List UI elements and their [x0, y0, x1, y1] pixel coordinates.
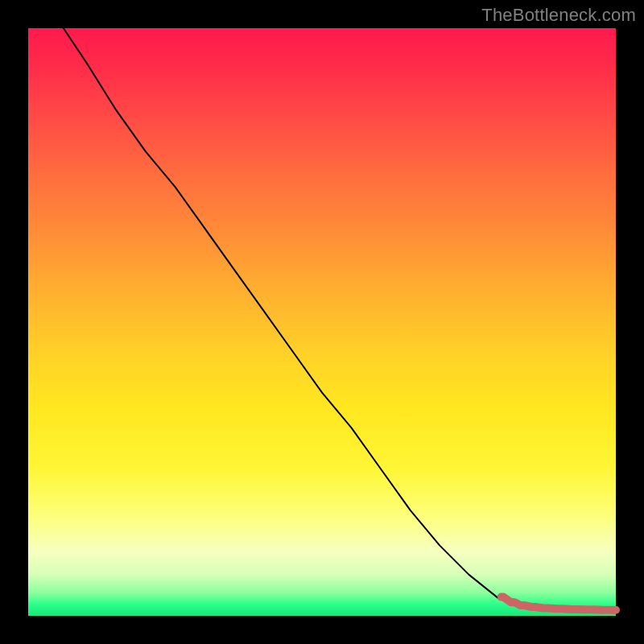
marker-dot: [603, 606, 611, 614]
marker-dot: [497, 593, 506, 601]
marker-dot: [541, 605, 549, 613]
marker-dot: [585, 605, 593, 613]
marker-dot: [509, 598, 517, 606]
marker-dot: [612, 606, 620, 614]
marker-group: [497, 593, 620, 614]
watermark-label: TheBottleneck.com: [481, 5, 636, 26]
marker-dot: [556, 605, 564, 613]
chart-stage: TheBottleneck.com: [0, 0, 644, 644]
marker-dot: [518, 601, 526, 609]
marker-dot: [530, 603, 538, 611]
marker-segment: [563, 609, 572, 609]
bottleneck-curve: [64, 28, 616, 610]
chart-overlay: [28, 28, 616, 616]
marker-dot: [571, 605, 579, 613]
